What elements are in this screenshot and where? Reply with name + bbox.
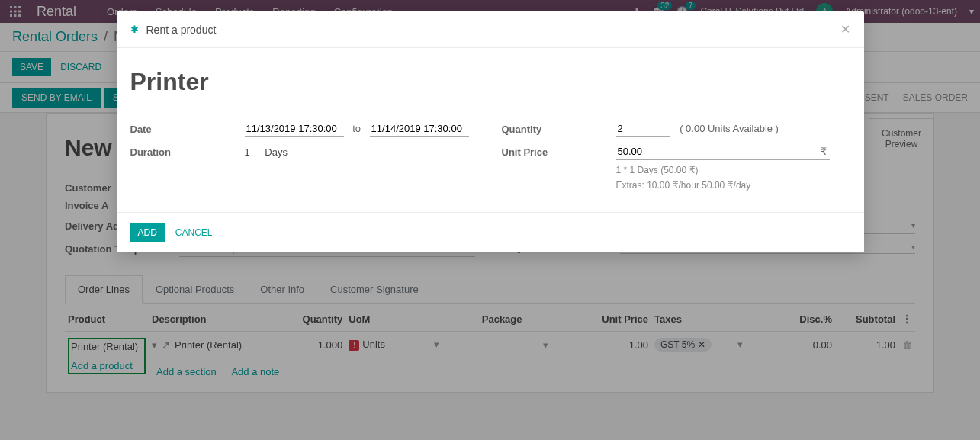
label-unit-price: Unit Price (502, 143, 616, 158)
label-duration: Duration (130, 143, 245, 158)
modal-header: ✱ Rent a product ✕ (117, 11, 864, 48)
modal-title-small: Rent a product (146, 24, 217, 36)
cancel-button[interactable]: Cancel (175, 227, 213, 238)
modal-footer: Add Cancel (117, 212, 864, 252)
available-units-text: ( 0.00 Units Available ) (680, 123, 779, 134)
quantity-input[interactable] (616, 120, 670, 137)
date-to-separator: to (352, 123, 361, 134)
label-quantity: Quantity (502, 120, 616, 135)
date-from-input[interactable] (245, 120, 344, 137)
unit-price-input[interactable] (616, 143, 818, 159)
duration-value: 1 (245, 146, 250, 158)
price-note-1: 1 * 1 Days (50.00 ₹) (616, 165, 850, 175)
currency-symbol: ₹ (818, 146, 830, 157)
close-icon[interactable]: ✕ (840, 22, 850, 37)
duration-unit: Days (265, 146, 288, 158)
price-note-2: Extras: 10.00 ₹/hour 50.00 ₹/day (616, 180, 850, 191)
date-to-input[interactable] (370, 120, 469, 137)
add-button[interactable]: Add (130, 223, 165, 242)
developer-icon[interactable]: ✱ (130, 24, 139, 35)
modal-product-title: Printer (130, 68, 850, 96)
label-date: Date (130, 120, 245, 135)
rent-product-modal: ✱ Rent a product ✕ Printer Date to Durat… (117, 11, 864, 252)
